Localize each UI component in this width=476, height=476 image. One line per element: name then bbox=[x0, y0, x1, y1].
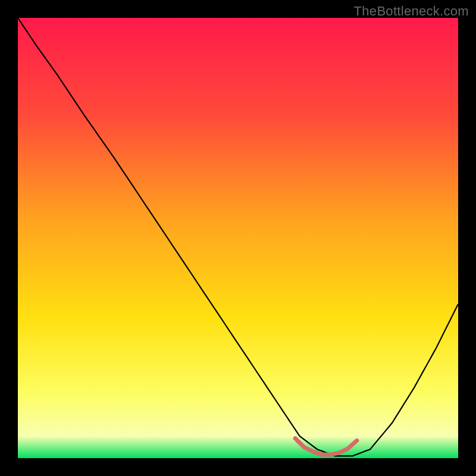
chart-area bbox=[18, 18, 458, 458]
main-curve bbox=[18, 18, 458, 456]
curves-layer bbox=[18, 18, 458, 458]
watermark-text: TheBottleneck.com bbox=[354, 4, 469, 19]
